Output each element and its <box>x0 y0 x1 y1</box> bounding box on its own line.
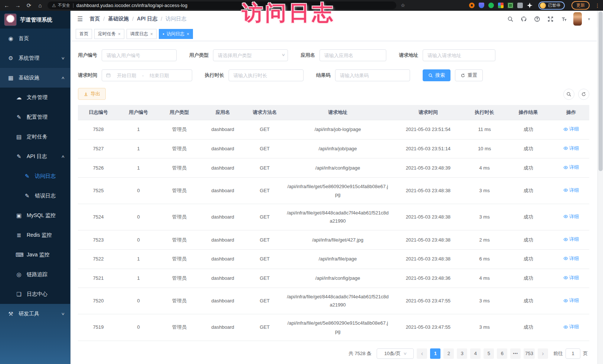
cell-user_type: 管理员 <box>158 177 200 204</box>
page-button-1[interactable]: 1 <box>430 348 440 359</box>
detail-link[interactable]: 详细 <box>563 144 579 153</box>
hamburger-icon[interactable]: ☰ <box>77 15 83 23</box>
breadcrumb-item[interactable]: 基础设施 <box>108 16 129 22</box>
duration-input[interactable] <box>229 69 304 81</box>
browser-forward-icon[interactable]: → <box>14 3 22 8</box>
export-button[interactable]: 导出 <box>78 88 106 100</box>
sidebar-item-日志中心[interactable]: ❏日志中心 <box>0 284 70 304</box>
detail-link[interactable]: 详细 <box>563 255 579 263</box>
sidebar-item-系统管理[interactable]: ⚙系统管理∨ <box>0 48 70 68</box>
cell-app: dashboard <box>200 158 245 178</box>
detail-link[interactable]: 详细 <box>563 186 579 194</box>
eye-icon <box>563 188 568 193</box>
detail-link[interactable]: 详细 <box>563 163 579 171</box>
close-icon[interactable]: × <box>150 32 153 37</box>
security-status[interactable]: ⚠ 不安全 <box>52 3 70 8</box>
page-button-6[interactable]: 6 <box>497 348 507 359</box>
tab-调度日志[interactable]: ●调度日志× <box>127 29 157 39</box>
sidebar-item-API 日志[interactable]: ✎API 日志∧ <box>0 147 70 166</box>
help-icon[interactable] <box>533 15 541 23</box>
sidebar-item-访问日志[interactable]: ✎访问日志 <box>0 166 70 186</box>
detail-link[interactable]: 详细 <box>563 296 579 305</box>
sidebar-item-MySQL 监控[interactable]: ▣MySQL 监控 <box>0 206 70 225</box>
start-date-input[interactable] <box>113 73 140 78</box>
search-button[interactable]: 搜索 <box>423 69 450 81</box>
sidebar-item-首页[interactable]: ◉首页 <box>0 29 70 48</box>
sidebar-item-错误日志[interactable]: ✎错误日志 <box>0 186 70 206</box>
pagination: 共 7528 条 10条/页 ∨ ‹ 123456•••753 › 前往 页 <box>78 341 589 359</box>
refresh-button[interactable] <box>578 89 589 100</box>
extension-icon[interactable] <box>498 3 504 8</box>
user-id-input[interactable] <box>102 49 177 61</box>
sidebar-item-定时任务[interactable]: ▤定时任务 <box>0 127 70 147</box>
detail-link-label: 详细 <box>569 235 579 243</box>
page-button-3[interactable]: 3 <box>457 348 467 359</box>
browser-profile-badge[interactable]: 已暂停 <box>538 1 565 10</box>
scrollbar-thumb[interactable] <box>599 12 603 171</box>
tab-首页[interactable]: ●首页 <box>76 29 92 39</box>
request-url-input[interactable] <box>423 49 495 61</box>
sidebar-item-链路追踪[interactable]: ◎链路追踪 <box>0 265 70 284</box>
prev-page-button[interactable]: ‹ <box>417 348 427 359</box>
field-request-time: 请求时间 - <box>78 69 192 81</box>
file-upload-icon: ☁ <box>16 94 22 101</box>
bookmark-star-icon[interactable]: ☆ <box>401 3 405 8</box>
extension-icon[interactable] <box>508 3 513 8</box>
avatar-caret-icon[interactable]: ▾ <box>588 17 590 22</box>
jump-page-input[interactable] <box>566 348 580 359</box>
date-range-picker[interactable]: - <box>102 69 192 81</box>
detail-link[interactable]: 详细 <box>563 213 579 221</box>
breadcrumb-item[interactable]: API 日志 <box>137 16 157 22</box>
next-page-button[interactable]: › <box>538 348 548 359</box>
detail-link[interactable]: 详细 <box>563 125 579 133</box>
browser-home-icon[interactable]: ⌂ <box>36 3 44 8</box>
search-icon[interactable] <box>507 15 514 23</box>
close-icon[interactable]: × <box>187 32 189 37</box>
request-url-label: 请求地址 <box>399 52 418 59</box>
breadcrumb-item[interactable]: 首页 <box>89 16 100 22</box>
extension-icon[interactable] <box>517 3 523 8</box>
app-logo[interactable]: 芋道管理系统 <box>0 11 70 29</box>
address-bar[interactable]: ⚠ 不安全 dashboard.yudao.iocoder.cn/infra/l… <box>47 1 396 9</box>
extension-icon[interactable] <box>469 3 475 8</box>
detail-link[interactable]: 详细 <box>563 274 579 282</box>
page-button-4[interactable]: 4 <box>470 348 481 359</box>
tab-访问日志[interactable]: ●访问日志× <box>159 29 193 39</box>
cell-duration: 3 ms <box>465 177 504 204</box>
sidebar-item-Redis 监控[interactable]: ≣Redis 监控 <box>0 225 70 245</box>
hide-search-button[interactable] <box>563 89 574 100</box>
github-icon[interactable] <box>520 15 527 23</box>
user-avatar[interactable] <box>573 12 582 26</box>
sidebar-item-基础设施[interactable]: ▦基础设施∧ <box>0 68 70 88</box>
app-name-input[interactable] <box>319 49 386 61</box>
cell-result: 成功 <box>504 269 553 288</box>
browser-update-button[interactable]: 更新 <box>571 1 590 10</box>
extension-icon[interactable] <box>479 3 484 8</box>
browser-reload-icon[interactable]: ⟳ <box>25 3 33 8</box>
page-button-5[interactable]: 5 <box>484 348 494 359</box>
page-button-753[interactable]: 753 <box>524 348 535 359</box>
user-type-select[interactable] <box>213 49 288 61</box>
cell-actions: 详细 <box>553 139 589 158</box>
result-code-input[interactable] <box>335 69 410 81</box>
more-pages-icon[interactable]: ••• <box>510 348 521 359</box>
page-size-select[interactable]: 10条/页 ∨ <box>377 348 414 359</box>
sidebar-item-Java 监控[interactable]: ⌨Java 监控 <box>0 245 70 265</box>
font-size-icon[interactable] <box>560 15 567 23</box>
page-button-2[interactable]: 2 <box>443 348 454 359</box>
tab-定时任务[interactable]: ●定时任务× <box>94 29 124 39</box>
reset-button[interactable]: 重置 <box>455 69 483 81</box>
end-date-input[interactable] <box>146 73 173 78</box>
sidebar-item-研发工具[interactable]: ⚒研发工具∨ <box>0 304 70 324</box>
browser-back-icon[interactable]: ← <box>3 3 10 8</box>
detail-link[interactable]: 详细 <box>563 235 579 243</box>
scrollbar[interactable] <box>597 11 603 364</box>
browser-menu-icon[interactable]: ⋮ <box>595 3 600 9</box>
detail-link[interactable]: 详细 <box>563 323 579 331</box>
extension-icon[interactable] <box>488 3 494 8</box>
close-icon[interactable]: × <box>118 32 121 37</box>
extension-icon[interactable] <box>527 3 532 8</box>
sidebar-item-文件管理[interactable]: ☁文件管理 <box>0 88 70 107</box>
fullscreen-icon[interactable] <box>547 15 554 23</box>
sidebar-item-配置管理[interactable]: ✎配置管理 <box>0 107 70 127</box>
